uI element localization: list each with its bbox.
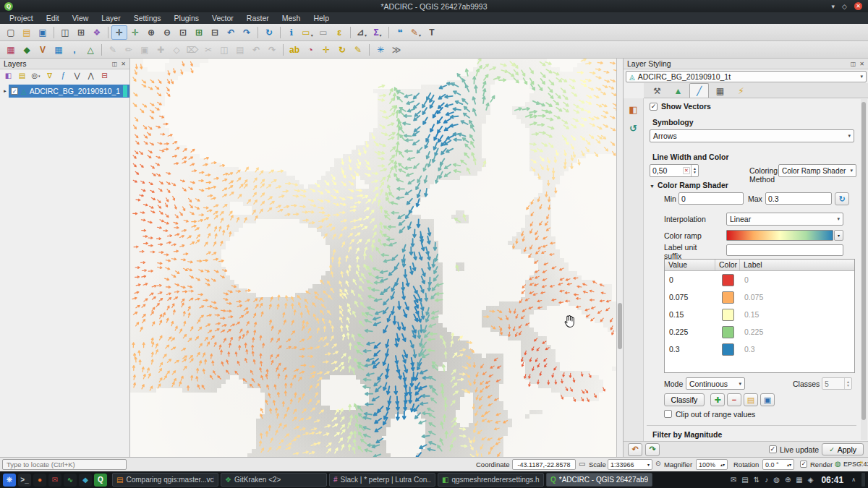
interpolation-combo[interactable]: Linear ▾ [726,213,843,226]
layer-checkbox[interactable]: ✓ [11,87,18,95]
color-map-row[interactable]: 0.30.3 [665,341,854,358]
zoom-in-button[interactable]: ⊕ [143,25,159,40]
crs-icon[interactable]: ◍ [835,460,841,468]
color-map-label[interactable]: 0.3 [740,345,854,354]
color-map-row[interactable]: 00 [665,271,854,288]
scale-combo[interactable]: 1:33966 ▾ [608,459,652,470]
float-panel-icon[interactable]: ◫ [851,61,856,67]
close-window-icon[interactable]: ✕ [854,2,862,10]
tab-rendering[interactable]: ▦ [710,83,730,98]
message-log-icon[interactable]: ❝ [859,460,863,468]
layer-labeling-button[interactable]: ab [286,43,302,57]
clock[interactable]: 06:41 [821,475,843,485]
color-map-row[interactable]: 0.2250.225 [665,323,854,341]
render-checkbox[interactable]: ✓ [800,461,807,468]
panel-edge-widget[interactable] [861,473,865,487]
tray-updates-icon[interactable]: ⊕ [785,476,791,484]
tray-expander-icon[interactable]: ∧ [851,476,856,483]
color-map-value[interactable]: 0 [665,275,715,284]
color-map-label[interactable]: 0.225 [740,328,854,336]
vtab-history[interactable]: ↺ [626,120,642,136]
map-scrollbar[interactable] [616,59,623,457]
tray-devices-icon[interactable]: ▦ [796,476,802,484]
min-input[interactable]: 0 [678,192,744,205]
color-map-value[interactable]: 0.15 [665,310,715,319]
task-qgis[interactable]: Q*ADCIRC - QGIS 26427ab9993 [546,473,652,487]
layer-diagram-button[interactable]: ◔ [302,43,318,57]
dolphin-icon[interactable]: ◆ [79,474,92,487]
color-map-row[interactable]: 0.0750.075 [665,288,854,306]
task-kate[interactable]: ▤Comparing qgis:master...vcl... [112,473,218,487]
filter-by-expression-button[interactable]: ƒ [57,70,69,81]
style-redo-button[interactable]: ↷ [645,443,660,456]
value-column-header[interactable]: Value [665,260,715,270]
select-features-button[interactable]: ▭▾ [299,25,315,40]
data-source-manager-button[interactable]: ▦ [3,43,19,57]
remove-layer-button[interactable]: ⊟ [98,70,111,81]
map-scrollbar-thumb[interactable] [618,303,622,349]
konsole-icon[interactable]: >_ [18,474,31,487]
task-qtcreator[interactable]: ◧qgsmeshrenderersettings.h... [438,473,544,487]
zoom-to-layer-button[interactable]: ⊟ [207,25,223,40]
color-ramp-menu-button[interactable]: ▾ [834,230,843,241]
label-column-header[interactable]: Label [740,260,854,270]
open-project-button[interactable]: ▤ [19,25,35,40]
live-update-checkbox[interactable]: ✓ [769,445,777,453]
tab-general-settings[interactable]: ⚒ [647,83,667,98]
label-unit-suffix-input[interactable] [726,244,843,256]
extents-toggle-icon[interactable]: ▭ [579,460,585,468]
classify-button[interactable]: Classify [664,393,705,406]
python-console-button[interactable]: ≫ [388,43,404,57]
reload-minmax-button[interactable]: ↻ [835,192,849,205]
lock-scale-icon[interactable]: ⊙ [655,460,661,467]
float-panel-icon[interactable]: ◫ [112,61,118,67]
styling-layer-selector[interactable]: ◬ ADCIRC_BG_20190910_1t ▾ [626,71,867,82]
menu-view[interactable]: View [66,14,95,22]
add-group-button[interactable]: ▤ [16,70,28,81]
zoom-next-button[interactable]: ↷ [239,25,255,40]
expander-icon[interactable]: ▸ [1,88,9,94]
save-project-button[interactable]: ▣ [35,25,51,40]
new-annotation-button[interactable]: ✎▾ [408,25,424,40]
close-panel-icon[interactable]: ✕ [859,61,864,67]
new-print-layout-button[interactable]: ◫ [57,25,73,40]
zoom-full-button[interactable]: ⊡ [175,25,191,40]
new-shapefile-layer-button[interactable]: V [35,43,51,57]
layer-item[interactable]: ▸ ✓ ◬ ADCIRC_BG_20190910_1t [0,85,129,98]
menu-layer[interactable]: Layer [95,14,127,22]
styling-scrollbar[interactable] [861,99,867,440]
tray-network-icon[interactable]: ⇅ [754,476,760,484]
kmail-icon[interactable]: ✉ [48,474,61,487]
tray-notifications-icon[interactable]: ✉ [731,476,736,484]
maximize-window-icon[interactable]: ◇ [842,3,847,10]
color-map-row[interactable]: 0.150.15 [665,306,854,323]
color-map-label[interactable]: 0.15 [740,310,854,319]
apply-button[interactable]: ✓ Apply [822,443,864,455]
tray-volume-icon[interactable]: ♪ [765,476,768,484]
menu-settings[interactable]: Settings [127,14,168,22]
menu-raster[interactable]: Raster [240,14,276,22]
color-map-value[interactable]: 0.225 [665,328,715,336]
locator-input[interactable] [7,461,122,468]
add-class-button[interactable]: ✚ [710,393,725,406]
show-vectors-checkbox[interactable]: ✓ [650,103,658,111]
tray-clipboard-icon[interactable]: ▤ [741,476,748,484]
add-delimited-text-layer-button[interactable]: , [67,43,82,57]
add-mesh-layer-button[interactable]: △ [82,43,98,57]
color-swatch[interactable] [722,309,734,321]
style-undo-button[interactable]: ↶ [628,443,642,456]
text-annotation-button[interactable]: T [424,25,440,40]
processing-toolbox-button[interactable]: ✳ [373,43,388,57]
coloring-method-combo[interactable]: Color Ramp Shader ▾ [778,164,856,177]
qgis-launcher-icon[interactable]: Q [94,474,107,487]
task-gitkraken[interactable]: ❖GitKraken <2> [221,473,327,487]
styling-scrollbar-thumb[interactable] [861,102,866,420]
save-color-map-button[interactable]: ▣ [760,393,775,406]
pan-to-selection-button[interactable]: ✛ [127,25,143,40]
menu-mesh[interactable]: Mesh [276,14,307,22]
clip-checkbox[interactable] [664,410,672,418]
new-geopackage-layer-button[interactable]: ◆ [19,43,35,57]
color-column-header[interactable]: Color [715,260,740,270]
spinner-arrows-icon[interactable]: ▲▼ [691,165,698,176]
firefox-icon[interactable]: ● [33,474,46,487]
